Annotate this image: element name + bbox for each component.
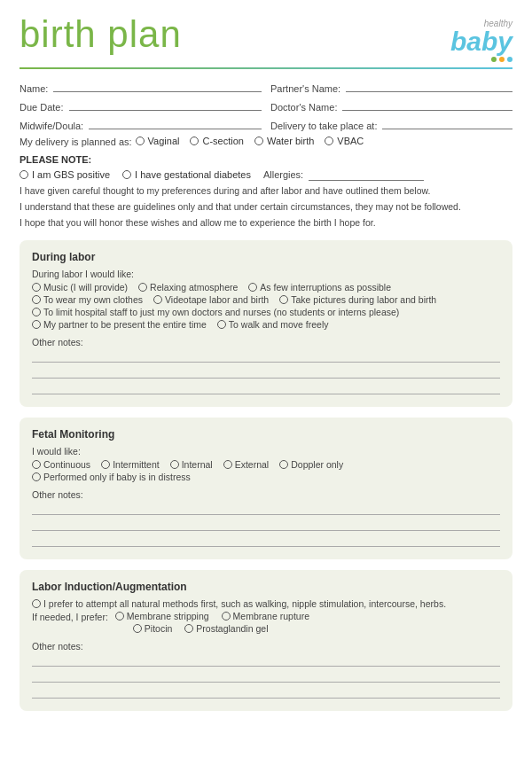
section-labor-induction-title: Labor Induction/Augmentation	[32, 581, 500, 593]
option-relaxing[interactable]: Relaxing atmosphere	[138, 282, 238, 293]
during-labor-row-1: Music (I will provide) Relaxing atmosphe…	[32, 282, 500, 293]
name-label: Name:	[20, 83, 48, 94]
label-waterbirth: Water birth	[267, 136, 314, 146]
fetal-monitoring-note-line-2	[32, 519, 500, 531]
option-vaginal[interactable]: Vaginal	[136, 136, 180, 146]
radio-music	[32, 283, 41, 292]
if-needed-options-row-1: Membrane stripping Membrane rupture	[115, 611, 318, 621]
label-internal: Internal	[182, 459, 213, 470]
labor-induction-note-line-1	[32, 654, 500, 667]
radio-vaginal	[136, 137, 145, 145]
name-field: Name:	[20, 80, 262, 94]
partners-name-label: Partner's Name:	[270, 83, 340, 94]
option-pitocin[interactable]: Pitocin	[133, 623, 173, 634]
during-labor-note-line-1	[32, 350, 500, 363]
fetal-monitoring-row-2: Performed only if baby is in distress	[32, 472, 500, 482]
during-labor-other-notes-label: Other notes:	[32, 337, 500, 347]
dot-blue	[507, 57, 512, 62]
doctors-name-label: Doctor's Name:	[270, 102, 337, 113]
label-prefer-natural: I prefer to attempt all natural methods …	[43, 598, 446, 609]
logo-baby: baby	[450, 28, 512, 55]
label-limit-staff: To limit hospital staff to just my own d…	[43, 307, 399, 317]
label-partner-present: My partner to be present the entire time	[43, 319, 207, 330]
label-pictures: Take pictures during labor and birth	[291, 294, 436, 305]
page: birth plan healthy baby Name: Partner's …	[0, 0, 532, 765]
option-intermittent[interactable]: Intermittent	[101, 459, 160, 470]
radio-partner-present	[32, 320, 41, 329]
label-membrane-rupture: Membrane rupture	[233, 611, 309, 621]
option-own-clothes[interactable]: To wear my own clothes	[32, 294, 143, 305]
option-videotape[interactable]: Videotape labor and birth	[153, 294, 269, 305]
section-fetal-monitoring-title: Fetal Monitoring	[32, 428, 500, 441]
delivery-planned-label: My delivery is planned as:	[20, 137, 132, 147]
option-walk-move[interactable]: To walk and move freely	[217, 319, 329, 330]
if-needed-options-row-2: Pitocin Prostaglandin gel	[115, 623, 318, 634]
allergies-label: Allergies:	[263, 169, 303, 180]
option-doppler[interactable]: Doppler only	[279, 459, 343, 470]
radio-waterbirth	[254, 137, 263, 145]
label-performed-if-distress: Performed only if baby is in distress	[43, 472, 191, 482]
option-prefer-natural[interactable]: I prefer to attempt all natural methods …	[32, 598, 446, 609]
option-pictures[interactable]: Take pictures during labor and birth	[279, 294, 436, 305]
during-labor-row-4: My partner to be present the entire time…	[32, 319, 500, 330]
fetal-monitoring-note-line-1	[32, 503, 500, 515]
radio-external	[223, 460, 232, 469]
option-internal[interactable]: Internal	[170, 459, 213, 470]
label-doppler: Doppler only	[291, 459, 343, 470]
label-external: External	[235, 459, 270, 470]
if-needed-label: If needed, I prefer:	[32, 612, 108, 622]
label-csection: C-section	[202, 136, 243, 146]
if-needed-options: Membrane stripping Membrane rupture Pito…	[115, 611, 318, 634]
doctors-name-line	[342, 98, 512, 111]
option-external[interactable]: External	[223, 459, 270, 470]
delivery-planned-row: My delivery is planned as: Vaginal C-sec…	[20, 136, 512, 147]
labor-induction-row-prefer-natural: I prefer to attempt all natural methods …	[32, 598, 500, 609]
header-divider	[20, 67, 512, 69]
option-membrane-stripping[interactable]: Membrane stripping	[115, 611, 209, 621]
label-videotape: Videotape labor and birth	[165, 294, 269, 305]
section-labor-induction: Labor Induction/Augmentation I prefer to…	[20, 570, 512, 711]
label-membrane-stripping: Membrane stripping	[127, 611, 209, 621]
option-csection[interactable]: C-section	[190, 136, 243, 146]
during-labor-note-line-2	[32, 366, 500, 379]
option-gbs[interactable]: I am GBS positive	[20, 169, 110, 180]
option-waterbirth[interactable]: Water birth	[254, 136, 314, 146]
option-prostaglandin[interactable]: Prostaglandin gel	[184, 623, 268, 634]
label-walk-move: To walk and move freely	[229, 319, 329, 330]
option-few-interruptions[interactable]: As few interruptions as possible	[248, 282, 391, 293]
radio-pictures	[279, 295, 288, 304]
radio-doppler	[279, 460, 288, 469]
please-note-row: I am GBS positive I have gestational dia…	[20, 168, 512, 181]
during-labor-note-line-3	[32, 382, 500, 394]
fetal-monitoring-row-1: Continuous Intermittent Internal Externa…	[32, 459, 500, 470]
delivery-place-field: Delivery to take place at:	[270, 117, 512, 131]
label-vaginal: Vaginal	[148, 136, 180, 146]
option-performed-if-distress[interactable]: Performed only if baby is in distress	[32, 472, 191, 482]
option-limit-staff[interactable]: To limit hospital staff to just my own d…	[32, 307, 399, 317]
radio-gbs	[20, 170, 28, 179]
radio-diabetes	[122, 170, 131, 179]
section-during-labor: During labor During labor I would like: …	[20, 240, 512, 407]
intro-line-3: I hope that you will honor these wishes …	[20, 216, 512, 230]
section-during-labor-subtitle: During labor I would like:	[32, 269, 500, 279]
option-vbac[interactable]: VBAC	[325, 136, 364, 146]
option-partner-present[interactable]: My partner to be present the entire time	[32, 319, 207, 330]
radio-vbac	[325, 137, 333, 145]
radio-walk-move	[217, 320, 226, 329]
due-date-label: Due Date:	[20, 102, 64, 113]
dot-orange	[499, 57, 505, 62]
option-music[interactable]: Music (I will provide)	[32, 282, 128, 293]
radio-performed-if-distress	[32, 472, 41, 481]
radio-csection	[190, 137, 199, 145]
radio-few-interruptions	[248, 283, 257, 292]
radio-intermittent	[101, 460, 110, 469]
due-date-line	[69, 98, 262, 111]
radio-internal	[170, 460, 179, 469]
option-diabetes[interactable]: I have gestational diabetes	[122, 169, 251, 180]
option-membrane-rupture[interactable]: Membrane rupture	[222, 611, 309, 621]
allergies-line	[309, 168, 424, 181]
logo-area: healthy baby	[450, 16, 512, 62]
partners-name-line	[346, 80, 512, 92]
option-continuous[interactable]: Continuous	[32, 459, 90, 470]
label-own-clothes: To wear my own clothes	[43, 294, 143, 305]
